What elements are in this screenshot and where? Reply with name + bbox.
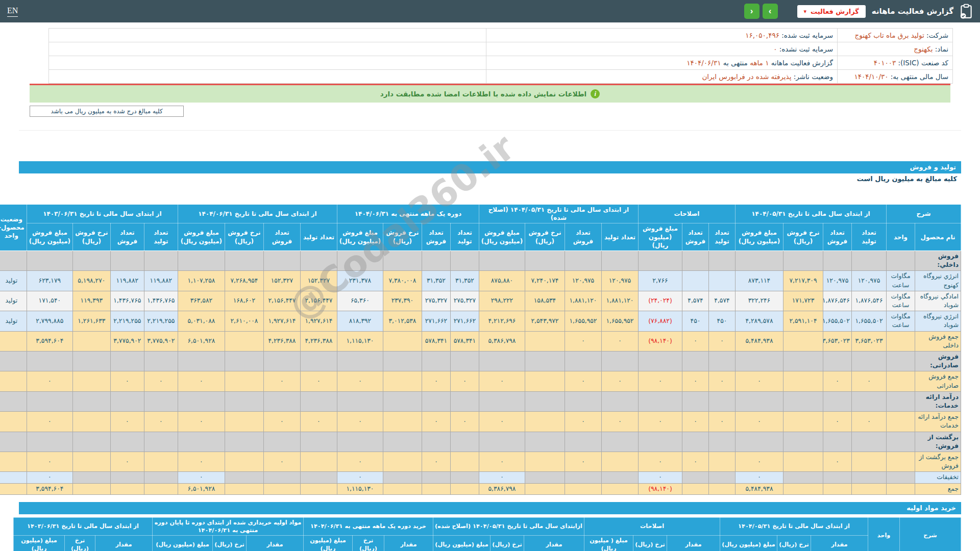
table-cell (225, 251, 263, 270)
table-cell: ۰ (638, 452, 682, 472)
column-group-header: شرح (886, 205, 961, 223)
table-cell (638, 351, 682, 371)
company-info-row: شرکت: تولید برق ماه تاب کهنوجسرمایه ثبت … (49, 29, 953, 42)
report-type-dropdown[interactable]: گزارش فعالیت ▾ (797, 5, 866, 18)
table-cell (708, 432, 735, 452)
table-cell (383, 391, 422, 411)
table-cell: ۴۵۰ (682, 311, 708, 331)
company-info-row: سال مالی منتهی به: ۱۴۰۴/۱۰/۳۰وضعیت ناشر:… (49, 70, 953, 84)
column-header: مبلغ (میلیون ریال) (720, 536, 777, 551)
table-cell (565, 391, 601, 411)
table-cell (144, 251, 178, 270)
table-cell (383, 351, 422, 371)
table-cell: ۳۲۲,۲۴۶ (735, 291, 783, 311)
table-cell: ۰ (565, 412, 601, 432)
table-cell: ۰ (337, 371, 383, 391)
table-cell (225, 483, 263, 494)
table-cell (225, 331, 263, 351)
column-header: نرخ (ریال) (212, 536, 246, 551)
column-group-header: وضعیت محصول-واحد (0, 205, 27, 251)
table-cell: ۳,۶۵۳,۰۲۳ (823, 331, 851, 351)
column-group-header: اصلاحات (638, 205, 735, 223)
table-cell: ۰ (110, 412, 144, 432)
column-header: تعداد فروش (565, 223, 601, 251)
next-report-button[interactable]: › (763, 4, 778, 19)
table-cell: ۲,۵۹۱,۱۰۴ (783, 311, 823, 331)
table-cell: ۲۷۱,۶۶۲ (450, 311, 479, 331)
row-label: امادگي نیروگاه شوباد (915, 291, 961, 311)
table-cell: (۲۴,۰۲۴) (638, 291, 682, 311)
table-cell (422, 391, 450, 411)
table-cell (72, 371, 110, 391)
column-group-header: دوره یک ماهه منتهی به ۱۴۰۴/۰۶/۳۱ (337, 205, 479, 223)
table-cell: ۲,۲۱۹,۲۵۵ (144, 311, 178, 331)
table-cell (565, 432, 601, 452)
table-cell: ۰ (27, 452, 72, 472)
table-cell: ۰ (144, 371, 178, 391)
column-header: تعداد فروش (422, 223, 450, 251)
table-cell (110, 351, 144, 371)
company-info-field: سال مالی منتهی به: ۱۴۰۴/۱۰/۳۰ (838, 70, 953, 84)
column-header: مبلغ فروش (میلیون ریال) (735, 223, 783, 251)
table-cell: ۲۳۱,۳۷۸ (337, 271, 383, 291)
table-cell (525, 472, 565, 483)
table-cell (110, 472, 144, 483)
info-icon: i (591, 89, 600, 98)
table-cell: ۸۷۳,۱۱۴ (735, 271, 783, 291)
table-cell (525, 432, 565, 452)
table-cell: ۰ (735, 371, 783, 391)
english-language-link[interactable]: EN (7, 6, 18, 17)
table-cell (300, 351, 337, 371)
table-cell (144, 391, 178, 411)
table-cell: ۱,۸۸۱,۱۲۰ (601, 291, 638, 311)
table-cell: ۳,۵۹۴,۶۰۴ (27, 483, 72, 494)
column-header: نرخ فروش (ریال) (783, 223, 823, 251)
table-cell: ۰ (638, 472, 682, 483)
company-info-field: سرمایه ثبت شده: ۱۶,۰۵۰,۴۹۶ (486, 29, 838, 42)
table-cell: ۵,۴۸۴,۹۳۸ (735, 331, 783, 351)
table-cell: ۰ (422, 452, 450, 472)
table-cell: ۱۷۱,۵۴۰ (27, 291, 72, 311)
table-cell (525, 351, 565, 371)
table-cell: ۰ (27, 412, 72, 432)
table-cell: ۶۲۳,۱۷۹ (27, 271, 72, 291)
table-cell (300, 251, 337, 270)
table-cell: ۱۲۰,۹۷۵ (851, 271, 886, 291)
info-label: گزارش فعالیت ماهانه (769, 59, 833, 67)
previous-report-button[interactable]: ‹ (744, 4, 760, 19)
table-cell: ۵۷۸,۳۴۱ (450, 331, 479, 351)
table-cell: ۱,۹۲۷,۶۱۴ (300, 311, 337, 331)
unit-cell (886, 351, 915, 371)
info-empty-cell (49, 70, 486, 84)
table-cell: ۲۷۵,۳۲۷ (422, 291, 450, 311)
info-label: نماد: (933, 45, 948, 53)
table-cell (565, 483, 601, 494)
table-cell (823, 351, 851, 371)
column-header: مبلغ فروش (میلیون ریال) (337, 223, 383, 251)
table-cell: ۰ (708, 371, 735, 391)
table-cell (783, 432, 823, 452)
table-cell (225, 432, 263, 452)
table-cell: ۳,۷۷۵,۹۰۲ (110, 331, 144, 351)
column-header: تعداد تولید (708, 223, 735, 251)
info-empty-cell (49, 42, 486, 56)
table-cell (383, 412, 422, 432)
info-value: بکهنوج (914, 45, 933, 53)
column-header: مبلغ (میلیون ریال) (13, 536, 64, 551)
table-cell: ۰ (337, 472, 383, 483)
table-cell: ۰ (735, 452, 783, 472)
table-cell: ۱,۱۱۵,۱۳۰ (337, 483, 383, 494)
table-cell (525, 251, 565, 270)
column-group-header: شرح (900, 517, 961, 551)
table-cell (383, 331, 422, 351)
table-cell (735, 391, 783, 411)
table-cell (823, 391, 851, 411)
report-nav-buttons: › ‹ (744, 4, 778, 19)
row-label: انرژي نیروگاه کهنوج (915, 271, 961, 291)
table-cell (72, 452, 110, 472)
status-cell (0, 432, 27, 452)
table-cell: ۰ (300, 371, 337, 391)
table-cell (337, 351, 383, 371)
status-cell: تولید (0, 271, 27, 291)
table-cell (178, 351, 225, 371)
